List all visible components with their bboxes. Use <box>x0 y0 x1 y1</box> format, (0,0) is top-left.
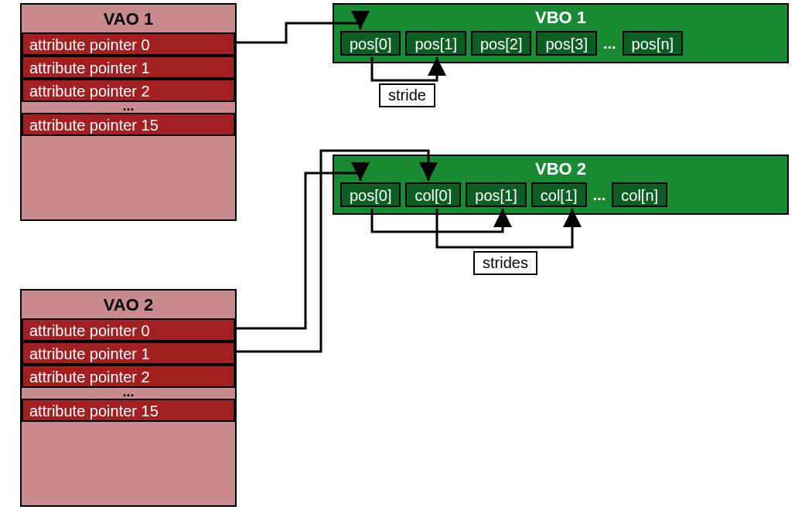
vao2-attr-last: attribute pointer 15 <box>22 399 235 422</box>
vbo1-cell-0: pos[0] <box>340 31 401 56</box>
vao-1-title: VAO 1 <box>22 9 235 29</box>
vao-1: VAO 1 attribute pointer 0 attribute poin… <box>20 3 237 221</box>
vao-2: VAO 2 attribute pointer 0 attribute poin… <box>20 289 237 507</box>
vao2-attr-0: attribute pointer 0 <box>22 318 235 341</box>
vbo1-cell-last: pos[n] <box>623 31 683 56</box>
vao1-attr-1: attribute pointer 1 <box>22 56 235 79</box>
vao-2-title: VAO 2 <box>22 295 235 315</box>
vbo1-cell-3: pos[3] <box>536 31 596 56</box>
vbo-2: VBO 2 pos[0] col[0] pos[1] col[1] ... co… <box>333 155 789 215</box>
vbo2-cell-2: pos[1] <box>466 182 526 207</box>
vbo2-cell-1: col[0] <box>405 182 461 207</box>
vbo2-cell-last: col[n] <box>612 182 667 207</box>
vao2-attr-1: attribute pointer 1 <box>22 341 235 365</box>
vbo-1: VBO 1 pos[0] pos[1] pos[2] pos[3] ... po… <box>333 3 789 63</box>
vbo2-cell-0: pos[0] <box>340 182 401 207</box>
vbo2-ellipsis: ... <box>592 186 608 204</box>
vbo1-cell-2: pos[2] <box>471 31 531 56</box>
vbo2-cells: pos[0] col[0] pos[1] col[1] ... col[n] <box>340 182 781 207</box>
vao1-attr-0: attribute pointer 0 <box>22 32 235 56</box>
label-strides: strides <box>473 251 537 275</box>
vbo2-cell-3: col[1] <box>531 182 587 207</box>
vbo1-cells: pos[0] pos[1] pos[2] pos[3] ... pos[n] <box>340 31 781 56</box>
vbo-1-title: VBO 1 <box>340 8 781 28</box>
vbo1-ellipsis: ... <box>602 35 618 53</box>
label-stride: stride <box>379 83 435 107</box>
vbo-2-title: VBO 2 <box>340 159 781 179</box>
vao1-ellipsis: ... <box>22 102 235 113</box>
vao1-attr-last: attribute pointer 15 <box>22 113 235 136</box>
vao2-ellipsis: ... <box>22 388 235 399</box>
vbo1-cell-1: pos[1] <box>405 31 466 56</box>
